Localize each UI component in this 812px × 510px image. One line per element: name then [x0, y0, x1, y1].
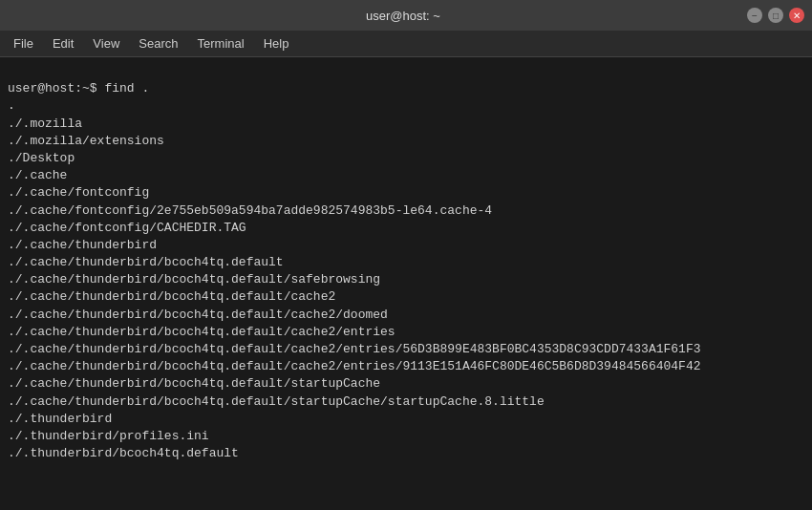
menubar-item-view[interactable]: View [83, 32, 129, 54]
terminal-line: ./.cache/thunderbird/bcoch4tq.default/ca… [8, 307, 804, 324]
titlebar: user@host: ~ − □ ✕ [0, 0, 812, 31]
terminal-line: ./.cache/fontconfig/2e755eb509a594ba7add… [8, 202, 804, 220]
menubar-item-terminal[interactable]: Terminal [188, 32, 254, 54]
terminal-line: ./.thunderbird/profiles.ini [8, 428, 804, 445]
terminal-line: ./.cache/thunderbird/bcoch4tq.default/ca… [8, 341, 804, 358]
terminal-output[interactable]: user@host:~$ find .../.mozilla./.mozilla… [0, 57, 812, 510]
maximize-button[interactable]: □ [768, 8, 783, 23]
terminal-line: ./.cache/thunderbird/bcoch4tq.default [8, 254, 804, 271]
terminal-line: ./.cache [8, 167, 804, 184]
terminal-line: ./.mozilla [8, 116, 804, 133]
terminal-line: ./.mozilla/extensions [8, 133, 804, 150]
terminal-line: ./.thunderbird/bcoch4tq.default [8, 445, 804, 462]
terminal-line: ./.cache/thunderbird [8, 237, 804, 254]
terminal-line: ./.cache/thunderbird/bcoch4tq.default/st… [8, 393, 804, 411]
menubar-item-search[interactable]: Search [129, 32, 187, 54]
menubar: FileEditViewSearchTerminalHelp [0, 31, 812, 57]
terminal-line: ./.cache/fontconfig/CACHEDIR.TAG [8, 220, 804, 237]
terminal-line: ./Desktop [8, 150, 804, 167]
terminal-line: ./.thunderbird [8, 411, 804, 428]
terminal-line: ./.cache/thunderbird/bcoch4tq.default/st… [8, 375, 804, 393]
titlebar-title: user@host: ~ [59, 9, 747, 23]
menubar-item-file[interactable]: File [4, 32, 43, 54]
terminal-line: ./.cache/thunderbird/bcoch4tq.default/ca… [8, 324, 804, 341]
terminal-line: ./.cache/thunderbird/bcoch4tq.default/ca… [8, 358, 804, 375]
terminal-line: . [8, 97, 804, 115]
terminal-line: ./.cache/thunderbird/bcoch4tq.default/ca… [8, 288, 804, 306]
minimize-button[interactable]: − [747, 8, 762, 23]
terminal-line: ./.cache/fontconfig [8, 184, 804, 202]
terminal-prompt: user@host:~$ find . [8, 80, 804, 97]
menubar-item-help[interactable]: Help [254, 32, 299, 54]
close-button[interactable]: ✕ [789, 8, 804, 23]
terminal-line: ./.cache/thunderbird/bcoch4tq.default/sa… [8, 271, 804, 288]
titlebar-controls: − □ ✕ [747, 8, 804, 23]
menubar-item-edit[interactable]: Edit [43, 32, 83, 54]
